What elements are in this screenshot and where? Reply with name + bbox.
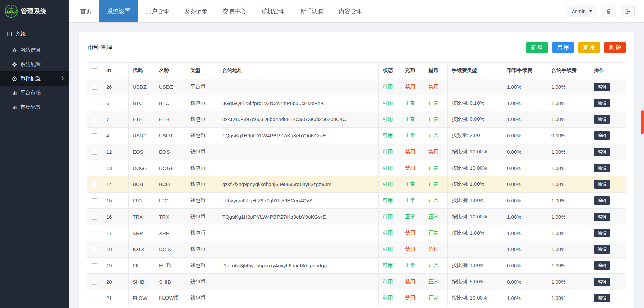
table-row: 14BCHBCH钱包币qzkf2fxnq9pnygkkdhqhj6ue0895r… <box>87 176 626 193</box>
edit-button[interactable]: 编辑 <box>594 229 610 237</box>
row-checkbox[interactable] <box>92 101 97 106</box>
cell-contract-fee: 1.00% <box>547 290 590 306</box>
cell-fee-type: 按比例: 1.00% <box>448 258 503 274</box>
edit-button[interactable]: 编辑 <box>594 99 610 107</box>
cell-withdraw: 禁用 <box>424 241 448 258</box>
chevron-right-icon <box>61 75 64 81</box>
row-checkbox-cell <box>87 258 102 274</box>
edit-button[interactable]: 编辑 <box>594 131 610 140</box>
edit-button[interactable]: 编辑 <box>594 278 610 286</box>
app-title: 管理系统 <box>21 7 47 15</box>
cell-contract-fee: 1.00% <box>547 193 590 209</box>
row-checkbox[interactable] <box>92 182 97 187</box>
cell-type: 钱包币 <box>186 144 218 160</box>
sidebar-item-system-config[interactable]: 系统配置 <box>0 57 69 71</box>
table-row: 21FLOWFLOW币钱包币可用禁用正常按比例: 10.00%1.00%1.00… <box>87 290 626 306</box>
row-checkbox[interactable] <box>92 133 97 138</box>
select-all-checkbox[interactable] <box>92 68 97 73</box>
row-checkbox[interactable] <box>92 280 97 285</box>
cell-actions: 编辑 <box>590 258 626 274</box>
edit-button[interactable]: 编辑 <box>594 148 610 156</box>
nav-item-system-settings[interactable]: 系统设置 <box>99 0 138 22</box>
user-menu[interactable]: admin <box>567 5 597 17</box>
nav-item-home[interactable]: 首页 <box>72 0 99 22</box>
nav-item-finance-records[interactable]: 财务记录 <box>177 0 215 22</box>
row-checkbox-cell <box>87 176 102 193</box>
cell-type: 钱包币 <box>186 160 218 176</box>
sidebar-item-market-config[interactable]: 市场配置 <box>0 100 69 114</box>
cell-fee-type: 按比例: 10.00% <box>448 290 503 306</box>
cell-coin-fee: 1.00% <box>503 209 547 225</box>
nav-item-miner-management[interactable]: 矿机管理 <box>254 0 292 22</box>
edit-button[interactable]: 编辑 <box>594 294 610 302</box>
edit-button[interactable]: 编辑 <box>594 245 610 254</box>
cell-code: XRP <box>129 225 155 241</box>
disable-button[interactable]: 禁用 <box>578 42 600 53</box>
edit-button[interactable]: 编辑 <box>594 164 610 172</box>
cell-deposit: 正常 <box>401 193 424 209</box>
cell-deposit: 正常 <box>401 258 424 274</box>
trash-button[interactable] <box>602 5 616 17</box>
row-checkbox-cell <box>87 193 102 209</box>
row-checkbox[interactable] <box>92 215 97 220</box>
cell-status: 可用 <box>379 95 401 111</box>
nav-item-content-management[interactable]: 内容管理 <box>331 0 370 22</box>
cell-name: USDZ <box>155 79 186 95</box>
row-checkbox[interactable] <box>92 85 97 90</box>
cell-coin-fee: 1.00% <box>503 290 547 306</box>
cell-coin-fee: 0.00% <box>503 160 547 176</box>
cell-deposit: 正常 <box>401 95 424 111</box>
logo-icon: USDZ <box>4 4 18 18</box>
sidebar-item-website-info[interactable]: 网站信息 <box>0 43 69 57</box>
sidebar: 系统 网站信息 系统配置 币种配置 <box>0 22 69 308</box>
column-header-withdraw: 提币 <box>424 63 448 79</box>
delete-button[interactable]: 删除 <box>604 42 626 53</box>
cell-contract-fee: 1.00% <box>547 274 590 290</box>
cell-withdraw: 禁用 <box>424 144 448 160</box>
row-checkbox[interactable] <box>92 263 97 268</box>
edit-button[interactable]: 编辑 <box>594 180 610 189</box>
cell-contract-address <box>218 160 379 176</box>
cell-contract-address <box>218 290 379 306</box>
row-checkbox[interactable] <box>92 166 97 171</box>
table-row: 19FILFIL币钱包币f1iem6s3j5tbysbhpsuxy4uxyh6n… <box>87 258 626 274</box>
add-button[interactable]: 新增 <box>526 42 548 53</box>
sidebar-section-system[interactable]: 系统 <box>0 22 69 43</box>
cell-contract-address: f1iem6s3j5tbysbhpsuxy4uxyh6nacf3rbtpnodg… <box>218 258 379 274</box>
nav-item-trade-center[interactable]: 交易中心 <box>215 0 254 22</box>
cell-deposit: 正常 <box>401 128 424 144</box>
sidebar-item-platform-market[interactable]: 平台市场 <box>0 86 69 100</box>
edit-button[interactable]: 编辑 <box>594 196 610 205</box>
nav-item-new-coin-subscription[interactable]: 新币认购 <box>292 0 331 22</box>
row-checkbox[interactable] <box>92 198 97 203</box>
column-header-contract-fee: 合约手续费 <box>547 63 590 79</box>
nav-item-user-management[interactable]: 用户管理 <box>138 0 177 22</box>
row-checkbox[interactable] <box>92 247 97 252</box>
row-checkbox[interactable] <box>92 296 97 301</box>
cell-name: IOTX <box>155 241 186 258</box>
cell-contract-fee: 1.00% <box>547 209 590 225</box>
edit-button[interactable]: 编辑 <box>594 213 610 221</box>
cell-withdraw: 正常 <box>424 111 448 128</box>
row-checkbox[interactable] <box>92 150 97 155</box>
cell-actions: 编辑 <box>590 225 626 241</box>
row-checkbox[interactable] <box>92 117 97 122</box>
cell-id: 14 <box>102 176 129 193</box>
cell-contract-address: TQgsKg1H9pPYLW4PBPZ7iKq3ebY9oKGsrE <box>218 209 379 225</box>
row-checkbox[interactable] <box>92 231 97 236</box>
row-checkbox-cell <box>87 225 102 241</box>
enable-button[interactable]: 启用 <box>552 42 574 53</box>
sidebar-item-coin-config[interactable]: 币种配置 <box>0 71 69 86</box>
edit-button[interactable]: 编辑 <box>594 261 610 270</box>
logout-button[interactable] <box>621 5 635 17</box>
cell-type: 钱包币 <box>186 111 218 128</box>
app-logo: USDZ 管理系统 <box>0 0 69 22</box>
table-row: 4USDTUSDT钱包币TQgsKg1H9pPYLW4PBPZ7iKq3ebY9… <box>87 128 626 144</box>
coins-table: ID 代码 名称 类型 合约地址 状态 充币 提币 手续费类型 币币手续费 合约… <box>87 62 626 306</box>
edit-button[interactable]: 编辑 <box>594 83 610 91</box>
cell-name: LTC <box>155 193 186 209</box>
cell-id: 6 <box>102 95 129 111</box>
scrollbar-thumb[interactable] <box>641 110 644 134</box>
table-body: 26USDZUSDZ平台币可用禁用禁用1.00%1.00%编辑6BTCBTC钱包… <box>87 79 626 306</box>
edit-button[interactable]: 编辑 <box>594 115 610 124</box>
